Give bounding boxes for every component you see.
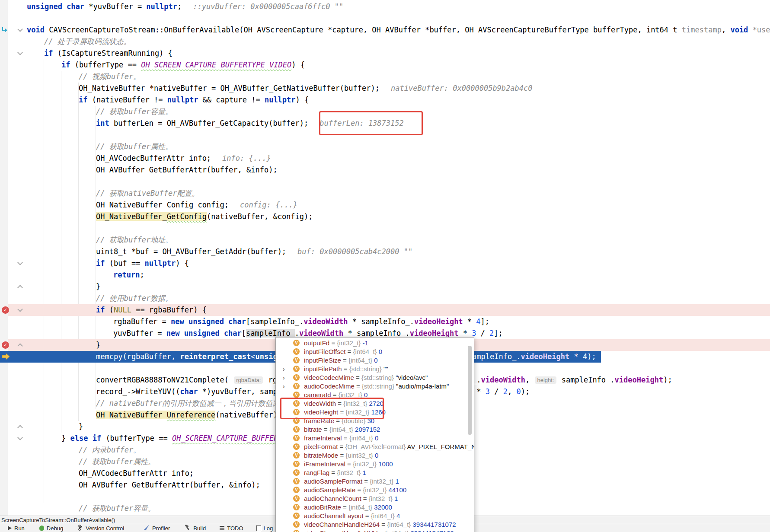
variable-row[interactable]: ViFrameInterval = {int32_t} 1000 <box>276 460 474 468</box>
variable-row[interactable]: VvideoChannelHandleYUV = {int64_t} 39344… <box>276 529 474 532</box>
variable-value: AV_PIXEL_FORMAT_NV21 <box>407 443 474 450</box>
variable-value: 0 <box>379 348 382 355</box>
code-token: 4 <box>476 317 480 326</box>
code-line[interactable]: } <box>79 421 83 433</box>
variable-row[interactable]: VaudioSampleFormat = {int32_t} 1 <box>276 477 474 486</box>
code-line[interactable]: // 处于录屏取码流状态。 <box>44 36 131 48</box>
code-line[interactable]: rgbaBuffer = new unsigned char[sampleInf… <box>113 316 489 328</box>
variable-row[interactable]: VframeInterval = {int64_t} 0 <box>276 434 474 443</box>
code-line[interactable]: OH_AVBuffer_GetBufferAttr(buffer, &info)… <box>96 164 278 176</box>
debugger-inline-hint: buf: 0x0000005cab4c2000 "" <box>297 247 412 256</box>
code-line[interactable]: // 获取nativeBuffer配置。 <box>96 188 199 199</box>
toolwindow-build-button[interactable]: Build <box>185 525 206 532</box>
code-line[interactable]: // 获取buffer地址。 <box>96 234 173 246</box>
breakpoint-icon[interactable]: ✓ <box>2 341 9 349</box>
variable-icon: V <box>293 366 300 372</box>
code-line[interactable]: OH_AVCodecBufferAttr info; <box>79 468 194 479</box>
code-line[interactable]: OH_NativeBuffer_Config config;config: {.… <box>96 199 297 211</box>
variable-row[interactable]: VaudioChannelCount = {int32_t} 1 <box>276 494 474 503</box>
code-token: videoHeight <box>410 329 459 338</box>
code-token: if <box>44 49 53 57</box>
code-line[interactable]: void CAVScreenCaptureToStream::OnBufferA… <box>27 24 770 36</box>
code-token: (bufferType == <box>70 61 141 69</box>
variable-row[interactable]: Vbitrate = {int64_t} 2097152 <box>276 425 474 434</box>
variable-row[interactable]: VrangFlag = {int32_t} 1 <box>276 468 474 477</box>
variable-type: {std::string} <box>362 382 396 390</box>
variable-row[interactable]: VaudioChannelLayout = {int64_t} 4 <box>276 512 474 520</box>
code-token: OH_AVBuffer_GetBufferAttr(buffer, &info)… <box>79 481 260 489</box>
code-token: OH_AVCodecBufferAttr info; <box>96 154 211 162</box>
code-line[interactable]: unsigned char *yuvBuffer = nullptr;::yuv… <box>27 1 343 13</box>
variable-type: {std::string} <box>349 365 383 373</box>
code-line[interactable]: // 视频buffer。 <box>79 71 141 83</box>
toolwindow-version-control-button[interactable]: Version Control <box>78 525 124 532</box>
expand-chevron-icon[interactable]: › <box>283 373 285 382</box>
code-line[interactable]: OH_AVBuffer_GetBufferAttr(buffer, &info)… <box>79 479 260 491</box>
code-line[interactable]: if (bufferType == OH_SCREEN_CAPTURE_BUFF… <box>61 59 305 71</box>
code-line[interactable]: // 获取buffer属性。 <box>96 141 173 153</box>
code-line[interactable]: } <box>96 339 100 351</box>
code-token: reinterpret_cast <box>180 352 251 361</box>
variable-row[interactable]: VvideoChannelHandleH264 = {int64_t} 3934… <box>276 520 474 529</box>
code-line[interactable]: uint8_t *buf = OH_AVBuffer_GetAddr(buffe… <box>96 246 412 258</box>
code-token: new unsigned char <box>166 329 242 338</box>
variable-row[interactable]: VinputFileOffset = {int64_t} 0 <box>276 347 474 356</box>
code-line[interactable]: } <box>96 281 100 293</box>
code-token: , <box>508 387 516 396</box>
variable-row[interactable]: ›VinputFilePath = {std::string} "" <box>276 365 474 373</box>
toolwindow-label: Run <box>14 525 25 532</box>
variable-row[interactable]: VinputFileSize = {int64_t} 0 <box>276 356 474 365</box>
breakpoint-icon[interactable]: ✓ <box>2 306 9 314</box>
variable-row[interactable]: ›VvideoCodecMime = {std::string} "video/… <box>276 373 474 382</box>
code-line[interactable]: if (buf == nullptr) { <box>96 258 189 269</box>
execution-pointer-icon <box>1 353 10 362</box>
code-token: timestamp <box>682 25 722 34</box>
toolwindow-debug-button[interactable]: Debug <box>39 525 63 532</box>
code-token: // 获取buffer属性。 <box>96 142 173 151</box>
variable-type: {int64_t} <box>348 357 374 364</box>
code-line[interactable]: return; <box>113 269 144 281</box>
toolwindow-profiler-button[interactable]: Profiler <box>144 525 170 532</box>
fold-collapse-icon[interactable] <box>17 435 23 440</box>
code-line[interactable]: // 使用buffer数据。 <box>96 293 173 304</box>
fold-collapse-icon[interactable] <box>17 26 23 32</box>
code-line[interactable]: if (NULL == rgbaBuffer) { <box>96 304 207 316</box>
variable-row[interactable]: VbitrateMode = {uint32_t} 0 <box>276 451 474 460</box>
toolwindow-label: Build <box>193 525 206 532</box>
variable-row[interactable]: ›VaudioCodecMime = {std::string} "audio/… <box>276 382 474 391</box>
code-token: memcpy(rgbaBuffer, <box>96 352 180 361</box>
code-token: (nativeBuffer); <box>215 411 282 419</box>
expand-chevron-icon[interactable]: › <box>283 382 285 391</box>
popup-scrollbar[interactable] <box>468 346 472 435</box>
code-line[interactable]: // 获取buffer容量。 <box>96 106 173 118</box>
code-line[interactable]: OH_NativeBuffer_Unreference(nativeBuffer… <box>96 409 282 421</box>
code-token: // 使用buffer数据。 <box>96 294 173 303</box>
expand-chevron-icon[interactable]: › <box>283 365 285 373</box>
navigate-gutter-icon[interactable] <box>1 26 9 35</box>
code-token: videoWidth <box>299 329 343 338</box>
toolwindow-run-button[interactable]: Run <box>8 525 25 532</box>
variable-name: frameInterval <box>304 434 342 442</box>
fold-collapse-icon[interactable] <box>17 260 23 265</box>
code-line[interactable]: if (IsCaptureStreamRunning) { <box>44 48 173 59</box>
debug-variables-popup[interactable]: VoutputFd = {int32_t} -1VinputFileOffset… <box>275 337 474 532</box>
code-line[interactable]: OH_NativeBuffer *nativeBuffer = OH_AVBuf… <box>79 83 533 94</box>
variable-row[interactable]: VoutputFd = {int32_t} -1 <box>276 339 474 347</box>
code-line[interactable]: if (nativeBuffer != nullptr && capture !… <box>79 94 309 106</box>
variable-row[interactable]: VpixelFormat = {OH_AVPixelFormat} AV_PIX… <box>276 443 474 451</box>
variable-row[interactable]: VaudioBitRate = {int64_t} 32000 <box>276 503 474 512</box>
variable-value: 0 <box>375 452 378 459</box>
fold-end-icon[interactable] <box>17 285 23 290</box>
debugger-inline-hint: nativeBuffer: 0x0000005b9b2ab4c0 <box>391 84 533 92</box>
code-line[interactable]: // 获取buffer属性。 <box>79 456 155 468</box>
code-line[interactable]: OH_NativeBuffer_GetConfig(nativeBuffer, … <box>96 211 313 223</box>
toolwindow-todo-button[interactable]: TODO <box>220 525 243 532</box>
code-line[interactable]: // 获取buffer容量。 <box>79 503 155 514</box>
variable-row[interactable]: VaudioSampleRate = {int32_t} 44100 <box>276 486 474 494</box>
toolwindow-log-button[interactable]: Log <box>256 525 273 532</box>
code-line[interactable]: OH_AVCodecBufferAttr info;info: {...} <box>96 153 271 164</box>
code-token: OH_SCREEN_CAPTURE_BUFFERTYPE_VIDEO <box>141 61 291 69</box>
code-line[interactable]: // 内录buffer。 <box>79 444 141 456</box>
fold-end-icon[interactable] <box>17 425 23 430</box>
fold-collapse-icon[interactable] <box>17 50 23 55</box>
